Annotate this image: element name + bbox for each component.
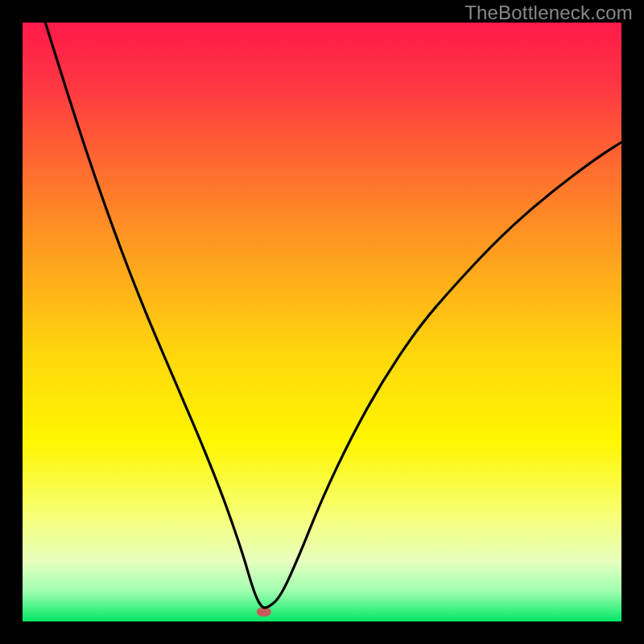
plot-background	[23, 23, 621, 621]
chart-container: TheBottleneck.com	[0, 0, 644, 644]
bottleneck-chart	[0, 0, 644, 644]
watermark-text: TheBottleneck.com	[464, 2, 633, 24]
